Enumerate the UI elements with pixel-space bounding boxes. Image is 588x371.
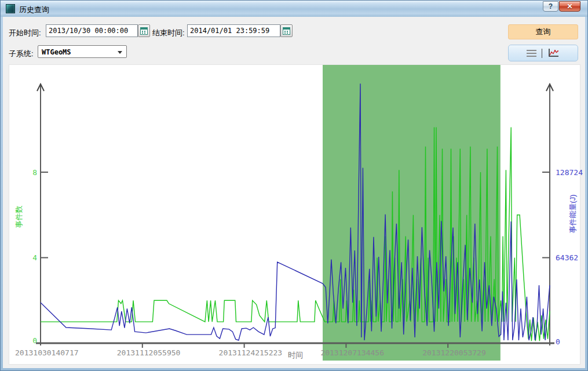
history-chart[interactable] <box>9 65 581 365</box>
calendar-icon <box>140 27 148 35</box>
history-query-window: 历史查询 ? ✕ 开始时间: 结束时间: 查询 子系统: WTGeoMS <box>0 0 588 371</box>
query-button[interactable]: 查询 <box>508 24 578 39</box>
x-tick-label: 20131207134456 <box>320 348 384 357</box>
selection-highlight <box>323 65 501 361</box>
app-icon <box>6 4 15 13</box>
right-axis-tick-64362: 64362 <box>556 253 578 262</box>
left-axis-tick-0: 0 <box>25 336 37 345</box>
list-view-button[interactable] <box>527 50 536 57</box>
left-axis-title: 事件数 <box>14 206 24 228</box>
left-axis-tick-8: 8 <box>25 168 37 177</box>
right-axis-title: 事件能量(J) <box>568 194 578 233</box>
chart-view-button[interactable] <box>547 48 560 58</box>
titlebar[interactable]: 历史查询 ? ✕ <box>1 1 587 17</box>
view-toggle-group <box>508 45 578 61</box>
right-axis-tick-128724: 128724 <box>556 168 583 177</box>
x-tick-label: 20131220053729 <box>422 348 486 357</box>
end-date-picker-button[interactable] <box>280 24 293 37</box>
close-icon: ✕ <box>567 2 572 10</box>
window-title: 历史查询 <box>19 5 49 15</box>
subsystem-selected-value: WTGeoMS <box>42 48 71 56</box>
client-area: 开始时间: 结束时间: 查询 子系统: WTGeoMS <box>3 17 585 368</box>
right-axis-tick-0: 0 <box>556 337 560 346</box>
x-tick-label: 20131124215223 <box>219 348 283 357</box>
close-button[interactable]: ✕ <box>559 1 580 12</box>
x-tick-label: 20131112055950 <box>117 348 181 357</box>
subsystem-select[interactable]: WTGeoMS <box>38 45 127 58</box>
start-time-input[interactable] <box>46 24 138 37</box>
subsystem-label: 子系统: <box>9 49 34 59</box>
end-time-input[interactable] <box>187 24 280 37</box>
left-axis-tick-4: 4 <box>25 253 37 262</box>
start-date-picker-button[interactable] <box>138 24 150 37</box>
chart-panel: 0 4 8 0 64362 128724 2013103014071720131… <box>9 64 580 365</box>
toggle-divider <box>542 49 542 58</box>
chevron-down-icon <box>118 51 122 54</box>
start-time-label: 开始时间: <box>9 28 41 38</box>
x-axis-title: 时间 <box>288 350 303 361</box>
help-button[interactable]: ? <box>543 1 558 12</box>
calendar-icon <box>283 27 290 35</box>
end-time-label: 结束时间: <box>152 28 185 38</box>
x-tick-label: 20131030140717 <box>15 348 79 357</box>
